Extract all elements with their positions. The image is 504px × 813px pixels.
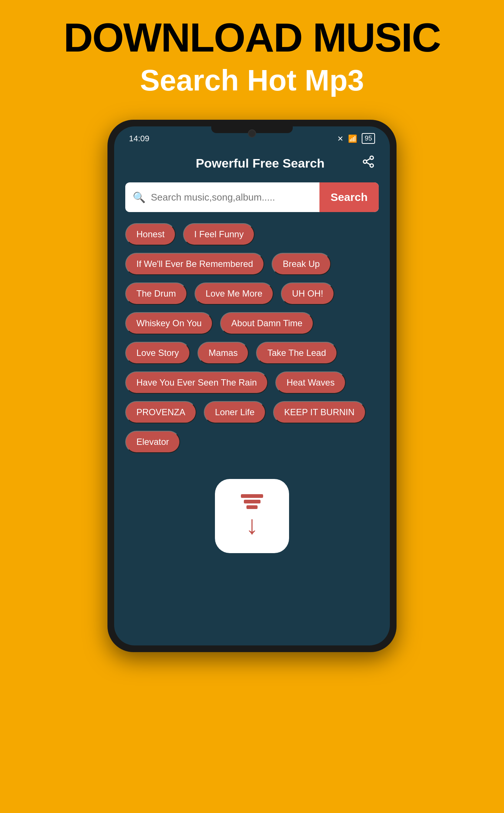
tag-item[interactable]: Mamas xyxy=(198,342,249,364)
tag-item[interactable]: KEEP IT BURNIN xyxy=(273,401,366,423)
phone-outer: 14:09 ✕ 📶 95 Powerful Free Search xyxy=(107,120,397,652)
svg-line-4 xyxy=(367,159,370,161)
share-icon[interactable] xyxy=(362,155,375,171)
tag-item[interactable]: Take The Lead xyxy=(256,342,337,364)
download-line-3 xyxy=(246,505,258,509)
search-input[interactable] xyxy=(151,192,312,203)
tag-item[interactable]: The Drum xyxy=(125,282,187,305)
search-button[interactable]: Search xyxy=(319,182,379,212)
search-icon: 🔍 xyxy=(133,191,146,204)
tag-item[interactable]: UH OH! xyxy=(281,282,334,305)
search-bar: 🔍 Search xyxy=(125,182,379,212)
main-subtitle: Search Hot Mp3 xyxy=(7,63,497,98)
status-x-icon: ✕ xyxy=(337,134,344,143)
download-area: ↓ xyxy=(114,464,390,575)
tag-item[interactable]: Have You Ever Seen The Rain xyxy=(125,371,268,394)
phone-camera xyxy=(248,129,256,138)
tag-item[interactable]: Elevator xyxy=(125,431,180,453)
download-line-2 xyxy=(244,500,261,503)
header: DOWNLOAD MUSIC Search Hot Mp3 xyxy=(0,0,504,105)
tag-item[interactable]: I Feel Funny xyxy=(183,223,255,245)
tag-item[interactable]: Break Up xyxy=(272,253,331,275)
svg-line-3 xyxy=(367,162,370,165)
tag-item[interactable]: Loner Life xyxy=(204,401,266,423)
tags-container: HonestI Feel FunnyIf We'll Ever Be Remem… xyxy=(114,219,390,464)
status-time: 14:09 xyxy=(129,134,149,143)
download-button[interactable]: ↓ xyxy=(215,479,289,553)
search-input-area: 🔍 xyxy=(125,182,319,212)
wifi-icon: 📶 xyxy=(348,134,357,143)
tag-item[interactable]: PROVENZA xyxy=(125,401,196,423)
app-title: Powerful Free Search xyxy=(144,156,377,171)
main-title: DOWNLOAD MUSIC xyxy=(7,15,497,60)
phone-mockup: 14:09 ✕ 📶 95 Powerful Free Search xyxy=(107,120,397,652)
tag-item[interactable]: Honest xyxy=(125,223,176,245)
tag-item[interactable]: If We'll Ever Be Remembered xyxy=(125,253,264,275)
search-container: 🔍 Search xyxy=(114,179,390,219)
tag-item[interactable]: Love Me More xyxy=(195,282,273,305)
download-arrow-icon: ↓ xyxy=(246,512,259,538)
status-right: ✕ 📶 95 xyxy=(337,133,375,144)
tag-item[interactable]: Heat Waves xyxy=(275,371,346,394)
tag-item[interactable]: About Damn Time xyxy=(220,312,314,334)
top-bar: Powerful Free Search xyxy=(114,148,390,179)
tag-item[interactable]: Whiskey On You xyxy=(125,312,213,334)
phone-screen: 14:09 ✕ 📶 95 Powerful Free Search xyxy=(114,126,390,645)
battery-indicator: 95 xyxy=(362,133,375,144)
tag-item[interactable]: Love Story xyxy=(125,342,190,364)
download-line-1 xyxy=(241,494,263,498)
download-lines-icon xyxy=(241,494,263,509)
